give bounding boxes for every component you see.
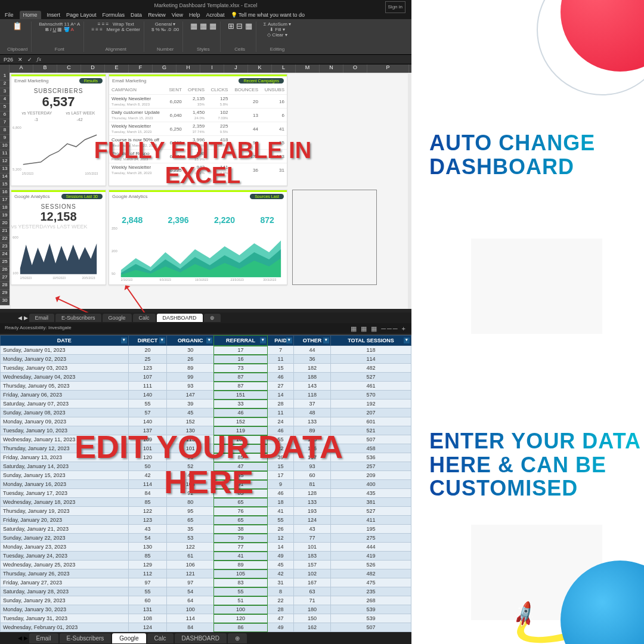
col-header[interactable]: E xyxy=(105,64,129,73)
format-cell-button[interactable]: ▦ xyxy=(245,21,252,30)
new-sheet-icon[interactable]: ⊕ xyxy=(204,314,221,322)
svg-text:5,200: 5,200 xyxy=(13,168,21,171)
svg-text:16/3/2023: 16/3/2023 xyxy=(195,278,208,281)
merge-center-button[interactable]: Merge & Center xyxy=(107,27,140,32)
format-table-button[interactable]: ▦ xyxy=(200,21,207,30)
ribbon-tabs: File Home Insert Page Layout Formulas Da… xyxy=(0,11,411,19)
group-number: General ▾$ % ‰ .0 .00 Number xyxy=(148,21,183,52)
new-sheet-icon[interactable]: ⊕ xyxy=(228,633,247,643)
view-controls[interactable]: ▦ ▦ ▦ ─── + xyxy=(351,325,407,332)
col-header[interactable]: O xyxy=(343,64,367,73)
svg-text:50: 50 xyxy=(112,272,116,275)
selected-empty-chart-box[interactable] xyxy=(292,190,377,285)
col-header[interactable]: M xyxy=(296,64,320,73)
subscribers-value: 6,537 xyxy=(11,94,106,110)
cond-format-button[interactable]: ▦ xyxy=(190,21,197,30)
sheet-tab[interactable]: Email xyxy=(29,314,55,322)
group-clipboard: 📋 Clipboard xyxy=(4,21,32,52)
name-box[interactable]: P26 xyxy=(4,57,13,63)
row-headers: 1234567891011121314151617181920212223242… xyxy=(0,73,10,305)
subscribers-label: SUBSCRIBERS xyxy=(11,88,106,94)
col-header[interactable]: F xyxy=(129,64,153,73)
group-font: Bahnschrift 11 A^ AB I U ▦ 🪣 A Font xyxy=(35,21,84,52)
font-size-select[interactable]: 11 xyxy=(64,21,70,27)
col-header[interactable]: D xyxy=(81,64,105,73)
col-header[interactable]: P xyxy=(367,64,409,73)
svg-text:20/5/2023: 20/5/2023 xyxy=(82,277,95,280)
svg-text:9/3/2023: 9/3/2023 xyxy=(159,278,171,281)
sources-area-chart: 350 200 50 2/3/2023 9/3/2023 16/3/2023 2… xyxy=(109,222,287,282)
status-bar: Ready Accessibility: Investigate ▦ ▦ ▦ ─… xyxy=(0,323,411,334)
promo-panel: AUTO CHANGE DASHBOARD ENTER YOUR DATA HE… xyxy=(411,0,644,644)
svg-text:23/3/2023: 23/3/2023 xyxy=(231,278,244,281)
col-header[interactable]: L xyxy=(272,64,296,73)
delete-cell-button[interactable]: ⊟ xyxy=(236,21,243,30)
tab-home[interactable]: Home xyxy=(20,11,41,19)
tab-data[interactable]: Data xyxy=(131,11,142,19)
fx-icon[interactable]: 𝑓𝑥 xyxy=(37,56,41,63)
data-table[interactable]: DATE▾DIRECT▾ORGANIC▾REFERRAL▾PAID▾OTHER▾… xyxy=(0,335,411,644)
tab-help[interactable]: Help xyxy=(189,11,200,19)
card-subscribers: Email MarketingResults SUBSCRIBERS 6,537… xyxy=(11,74,106,186)
formula-confirm-icon[interactable]: ✓ xyxy=(27,57,32,63)
tab-acrobat[interactable]: Acrobat xyxy=(206,11,225,19)
sheet-tabs: ◀ ▶ Email E-Subscribers Google Calc DASH… xyxy=(0,312,411,323)
promo-heading-2: ENTER YOUR DATA HERE & CAN BE CUSTOMISED xyxy=(429,429,644,500)
sheet-tab[interactable]: DASHBOARD xyxy=(175,633,227,643)
subscribers-line-chart: 6,800 5,200 2/5/2023 10/5/2023 xyxy=(11,123,106,177)
col-header[interactable]: B xyxy=(33,64,57,73)
card-campaigns: Email MarketingRecent Campaigns CAMPAIGN… xyxy=(109,74,287,186)
sheet-tab[interactable]: E-Subscribers xyxy=(60,633,112,643)
card-ga-sessions: Google AnalyticsSessions Last 30 SESSION… xyxy=(11,190,106,285)
svg-marker-6 xyxy=(20,243,97,274)
tell-me-search[interactable]: 💡 Tell me what you want to do xyxy=(231,11,305,19)
col-header[interactable]: K xyxy=(248,64,272,73)
dashboard-canvas: Email MarketingResults SUBSCRIBERS 6,537… xyxy=(11,74,408,309)
group-styles: ▦ ▦ ▦ Styles xyxy=(187,21,220,52)
tabs-nav-icon[interactable]: ◀ ▶ xyxy=(18,315,28,321)
insert-cell-button[interactable]: ⊞ xyxy=(228,21,234,30)
svg-text:200: 200 xyxy=(112,249,118,253)
tab-file[interactable]: File xyxy=(5,11,14,19)
paste-icon[interactable]: 📋 xyxy=(7,21,27,30)
sheet-tabs-bottom: ◀ ▶ Email E-Subscribers Google Calc DASH… xyxy=(0,632,411,644)
col-header[interactable]: C xyxy=(57,64,81,73)
sheet-tab[interactable]: Calc xyxy=(147,633,174,643)
wrap-text-button[interactable]: Wrap Text xyxy=(113,21,134,27)
formula-bar: P26 ✕ ✓ 𝑓𝑥 xyxy=(0,55,411,64)
font-name-select[interactable]: Bahnschrift xyxy=(39,21,63,27)
svg-text:6,800: 6,800 xyxy=(13,126,21,129)
col-header[interactable]: A xyxy=(10,64,33,73)
sheet-tab[interactable]: Email xyxy=(29,633,58,643)
svg-text:2/5/2023: 2/5/2023 xyxy=(22,172,33,175)
card-sources-area: Google AnalyticsSources Last 2,848 2,396… xyxy=(109,190,287,285)
col-header[interactable]: J xyxy=(224,64,248,73)
group-cells: ⊞ ⊟ ▦ Cells xyxy=(224,21,256,52)
tab-view[interactable]: View xyxy=(172,11,183,19)
sheet-tab[interactable]: E-Subscribers xyxy=(55,314,101,322)
sign-in-button[interactable]: Sign in xyxy=(385,1,405,13)
svg-text:10/5/2023: 10/5/2023 xyxy=(52,277,66,280)
tab-review[interactable]: Review xyxy=(148,11,166,19)
tab-insert[interactable]: Insert xyxy=(47,11,61,19)
sheet-tab[interactable]: Google xyxy=(103,314,132,322)
col-header[interactable]: H xyxy=(177,64,200,73)
col-header[interactable]: I xyxy=(200,64,224,73)
cell-styles-button[interactable]: ▦ xyxy=(209,21,216,30)
number-format-select[interactable]: General xyxy=(155,21,172,27)
formula-cancel-icon[interactable]: ✕ xyxy=(18,57,23,63)
tab-page-layout[interactable]: Page Layout xyxy=(66,11,97,19)
sheet-tab-active[interactable]: Google xyxy=(112,633,145,643)
svg-text:2/5/2023: 2/5/2023 xyxy=(20,277,32,280)
tab-formulas[interactable]: Formulas xyxy=(103,11,125,19)
col-header[interactable]: N xyxy=(320,64,343,73)
tabs-nav-icon[interactable]: ◀ ▶ xyxy=(18,635,28,641)
svg-text:100: 100 xyxy=(13,271,19,275)
sheet-area: A B C D E F G H I J K L M N O P 12345678… xyxy=(0,64,411,309)
decor-ghost-box xyxy=(471,239,602,334)
sheet-tab-active[interactable]: DASHBOARD xyxy=(157,314,203,322)
ga-value: 12,158 xyxy=(11,210,106,224)
group-editing: Σ AutoSum ▾⬇ Fill ▾◇ Clear ▾ Editing xyxy=(260,21,295,52)
col-header[interactable]: G xyxy=(153,64,177,73)
sheet-tab[interactable]: Calc xyxy=(133,314,156,322)
